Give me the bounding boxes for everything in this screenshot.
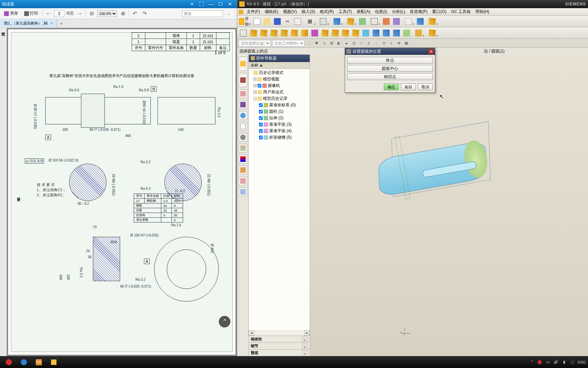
- feature-tree[interactable]: 历史记录模式 +模型视图 +摄像机 +用户表达式 -模型历史记录 基准坐标系 (…: [249, 69, 310, 330]
- menu-prefs[interactable]: 首选项(P): [408, 8, 429, 15]
- copy-button[interactable]: [293, 17, 303, 26]
- menu-info[interactable]: 信息(I): [373, 8, 389, 15]
- resource-btn-4[interactable]: [239, 100, 247, 109]
- resource-btn-1[interactable]: [239, 57, 247, 71]
- tb2-3[interactable]: [259, 28, 268, 38]
- navigator-column-header[interactable]: 名称 ▲: [249, 62, 310, 69]
- tb2-8[interactable]: [310, 28, 320, 38]
- tb2-16[interactable]: [392, 28, 401, 38]
- menu-help[interactable]: 帮助(H): [473, 8, 491, 15]
- navigator-hscroll[interactable]: ◂▸: [249, 330, 310, 336]
- feature-btn-4[interactable]: ▾: [368, 17, 381, 26]
- tb2-11[interactable]: [341, 28, 350, 38]
- tb2-13[interactable]: [361, 28, 371, 38]
- feature-btn-7[interactable]: ▾: [402, 17, 415, 26]
- sel-btn-12[interactable]: +: [388, 40, 394, 46]
- feature-btn-9[interactable]: ▾: [426, 17, 439, 26]
- resource-btn-6[interactable]: [239, 122, 247, 131]
- tb2-1[interactable]: [239, 28, 248, 38]
- zoom-select[interactable]: 100.0%: [97, 10, 117, 17]
- tree-cylinder[interactable]: 圆柱 (1): [249, 108, 309, 115]
- search-dropdown[interactable]: ⌄: [225, 10, 232, 17]
- open-button[interactable]: [262, 17, 272, 26]
- page-number-input[interactable]: [54, 10, 64, 17]
- feature-btn-1[interactable]: ▾: [330, 17, 343, 26]
- selection-filter-1[interactable]: 没有选择过滤器: [239, 40, 271, 47]
- save-button[interactable]: [273, 17, 282, 26]
- menu-analysis[interactable]: 分析(L): [390, 8, 407, 15]
- nav-section-preview[interactable]: 预览⌄: [249, 349, 310, 356]
- sel-btn-2[interactable]: ✱: [313, 40, 320, 46]
- option-tangent[interactable]: 相切点: [347, 73, 433, 80]
- tray-app-icon[interactable]: [537, 359, 542, 365]
- menu-gc-toolbox[interactable]: GC 工具箱: [449, 8, 473, 15]
- tree-datum-plane-3[interactable]: 基准平面 (3): [249, 121, 309, 128]
- resource-btn-11[interactable]: [239, 177, 247, 185]
- prev-page-button[interactable]: ←: [45, 10, 52, 17]
- menu-assembly[interactable]: 装配(A): [355, 8, 372, 15]
- tb2-15[interactable]: [381, 28, 391, 38]
- feature-btn-5[interactable]: [381, 17, 391, 26]
- scroll-to-top-button[interactable]: ⌃: [219, 316, 230, 327]
- resource-btn-9[interactable]: [239, 155, 247, 164]
- ok-button[interactable]: 确定: [384, 83, 399, 90]
- tree-user-expr[interactable]: +用户表达式: [249, 89, 309, 95]
- sel-btn-9[interactable]: ∠: [366, 40, 372, 46]
- taskbar-app-4[interactable]: [47, 357, 61, 367]
- zoom-in-button[interactable]: ⊕: [119, 10, 127, 17]
- zoom-out-button[interactable]: ⊖: [88, 10, 95, 17]
- tb2-18[interactable]: ▾: [412, 28, 425, 38]
- resource-btn-3[interactable]: [239, 89, 247, 98]
- pdf-titlebar[interactable]: 阅读器 ≡ ⛶ — ☐ ✕: [0, 0, 237, 8]
- option-endpoint[interactable]: 终点: [347, 57, 433, 64]
- resource-btn-2[interactable]: [239, 73, 247, 87]
- menu-insert[interactable]: 插入(S): [299, 8, 317, 15]
- menu-file[interactable]: 文件(F): [245, 8, 262, 15]
- close-tab-icon[interactable]: ×: [50, 21, 53, 26]
- menu-view[interactable]: 视图(V): [281, 8, 299, 15]
- sel-btn-13[interactable]: ⊗: [396, 40, 402, 46]
- pdf-menu-button[interactable]: ≡: [187, 1, 197, 7]
- sel-btn-11[interactable]: ⊙: [381, 40, 387, 46]
- tb2-17[interactable]: [402, 28, 411, 38]
- tree-datum-plane-4[interactable]: 基准平面 (4): [249, 128, 309, 134]
- feature-btn-6[interactable]: [392, 17, 401, 26]
- pdf-tab-active[interactable]: 图2_（第九届高教杯）_蜗 ×: [0, 19, 57, 27]
- resource-btn-7[interactable]: [239, 133, 247, 142]
- pdf-minimize-button[interactable]: —: [206, 1, 216, 7]
- tb2-10[interactable]: [330, 28, 340, 38]
- sel-btn-8[interactable]: /: [358, 40, 364, 46]
- resource-btn-8[interactable]: [239, 144, 247, 153]
- sel-btn-5[interactable]: ◐: [336, 40, 342, 46]
- sel-btn-10[interactable]: ○: [373, 40, 379, 46]
- feature-btn-8[interactable]: [415, 17, 425, 26]
- tb2-5[interactable]: [279, 28, 289, 38]
- search-input[interactable]: [182, 10, 223, 17]
- tray-language[interactable]: ENG: [578, 360, 586, 364]
- tb2-14[interactable]: [371, 28, 381, 38]
- resource-btn-5[interactable]: [239, 111, 247, 120]
- print-button[interactable]: ▾: [317, 17, 330, 26]
- tb2-4[interactable]: [269, 28, 279, 38]
- tray-battery-icon[interactable]: ▭: [545, 359, 551, 365]
- rotate-right-button[interactable]: ↷: [141, 10, 148, 17]
- menu-window[interactable]: 窗口(O): [430, 8, 448, 15]
- tray-volume-icon[interactable]: 🔊: [553, 359, 559, 365]
- tb2-9[interactable]: [320, 28, 330, 38]
- pdf-close-button[interactable]: ✕: [225, 1, 235, 7]
- resource-btn-10[interactable]: [239, 166, 247, 174]
- dialog-titlebar[interactable]: 设置圆弧的位置 ✕: [345, 48, 435, 55]
- tb2-2[interactable]: [249, 28, 258, 38]
- menu-tools[interactable]: 工具(T): [337, 8, 354, 15]
- taskbar-app-1[interactable]: [2, 357, 16, 367]
- menu-edit[interactable]: 编辑(E): [263, 8, 280, 15]
- new-button[interactable]: [252, 17, 262, 26]
- resource-btn-12[interactable]: [239, 187, 247, 196]
- tray-network-icon[interactable]: ▮: [561, 359, 567, 365]
- menu-format[interactable]: 格式(R): [318, 8, 336, 15]
- tray-flag-icon[interactable]: ▢: [570, 359, 575, 365]
- tb2-7[interactable]: [300, 28, 309, 38]
- pdf-fullscreen-button[interactable]: ⛶: [197, 1, 206, 7]
- tree-history-mode[interactable]: 历史记录模式: [249, 70, 309, 76]
- tree-extrude[interactable]: 拉伸 (2): [249, 115, 309, 121]
